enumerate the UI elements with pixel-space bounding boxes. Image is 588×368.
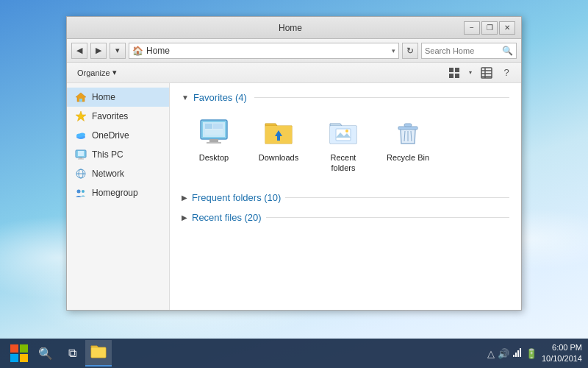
sidebar-network-label: Network <box>92 169 124 179</box>
downloads-icon <box>261 114 296 149</box>
svg-marker-11 <box>76 111 86 121</box>
svg-rect-49 <box>515 353 517 357</box>
task-view-button[interactable]: ⧉ <box>59 340 85 367</box>
list-item[interactable]: Recent folders <box>317 110 370 177</box>
home-icon <box>74 91 87 104</box>
recent-files-title: Recent files (20) <box>192 212 262 223</box>
sidebar-item-network[interactable]: Network <box>67 164 169 183</box>
search-icon[interactable]: 🔍 <box>502 46 513 56</box>
recent-files-section[interactable]: ▶ Recent files (20) <box>182 209 509 226</box>
svg-rect-2 <box>449 74 453 78</box>
frequent-expand-icon[interactable]: ▶ <box>182 194 187 202</box>
svg-rect-43 <box>20 344 28 353</box>
sidebar-thispc-label: This PC <box>92 149 123 160</box>
downloads-label: Downloads <box>259 152 298 163</box>
sidebar-item-home[interactable]: Home <box>67 88 169 107</box>
list-item[interactable]: Recycle Bin <box>381 110 434 177</box>
address-text: Home <box>146 46 389 56</box>
view-controls: ▾ ? <box>445 65 515 81</box>
taskbar: 🔍 ⧉ △ 🔊 🔋 <box>0 339 588 368</box>
favorites-section-title: Favorites (4) <box>193 92 247 103</box>
taskbar-search-button[interactable]: 🔍 <box>32 340 59 367</box>
window-controls: − ❐ ✕ <box>464 21 515 35</box>
organize-dropdown-icon: ▾ <box>112 68 117 77</box>
onedrive-icon <box>74 129 87 142</box>
tray-icons: △ 🔊 🔋 <box>487 347 537 360</box>
svg-point-23 <box>82 190 85 193</box>
start-button[interactable] <box>6 340 32 367</box>
tray-network-icon[interactable] <box>512 347 523 360</box>
minimize-button[interactable]: − <box>464 21 480 35</box>
svg-rect-30 <box>209 139 218 142</box>
favorites-expand-icon[interactable]: ▼ <box>182 93 189 102</box>
recent-divider <box>266 217 509 218</box>
desktop-label: Desktop <box>199 152 229 163</box>
restore-button[interactable]: ❐ <box>481 21 498 35</box>
recent-folders-label: Recent folders <box>320 152 366 174</box>
file-explorer-taskbar-icon <box>90 343 107 362</box>
file-content: ▼ Favorites (4) <box>170 83 521 310</box>
file-explorer-taskbar-button[interactable] <box>85 340 112 367</box>
favorites-divider <box>254 97 509 98</box>
taskbar-clock[interactable]: 6:00 PM 10/10/2014 <box>542 342 582 365</box>
search-box[interactable]: 🔍 <box>421 43 517 59</box>
list-item[interactable]: Downloads <box>252 110 305 177</box>
organize-bar: Organize ▾ ▾ ? <box>67 63 521 83</box>
grid-view-button[interactable] <box>445 65 463 81</box>
favorites-icon <box>74 110 87 123</box>
tray-up-icon[interactable]: △ <box>487 348 495 359</box>
svg-point-22 <box>77 190 81 194</box>
sidebar-item-favorites[interactable]: Favorites <box>67 107 169 126</box>
sidebar-home-label: Home <box>92 92 115 102</box>
sidebar-item-thispc[interactable]: This PC <box>67 145 169 164</box>
close-button[interactable]: ✕ <box>499 21 515 35</box>
dropdown-button[interactable]: ▾ <box>110 43 126 59</box>
details-view-button[interactable] <box>478 65 495 81</box>
recycle-bin-icon <box>390 114 426 149</box>
svg-rect-48 <box>513 355 514 357</box>
address-home-icon: 🏠 <box>132 46 143 56</box>
frequent-folders-section[interactable]: ▶ Frequent folders (10) <box>182 189 509 206</box>
tray-battery-icon[interactable]: 🔋 <box>526 348 537 359</box>
svg-rect-47 <box>91 347 106 358</box>
svg-rect-31 <box>207 142 221 144</box>
help-icon: ? <box>503 67 509 78</box>
back-button[interactable]: ◀ <box>71 43 87 59</box>
address-bar[interactable]: 🏠 Home ▾ <box>129 43 399 59</box>
homegroup-icon <box>74 186 87 199</box>
svg-rect-37 <box>398 127 417 130</box>
svg-rect-1 <box>455 68 459 72</box>
view-dropdown-icon[interactable]: ▾ <box>465 65 476 81</box>
organize-label: Organize <box>77 68 110 77</box>
sidebar-item-homegroup[interactable]: Homegroup <box>67 183 169 202</box>
sidebar-onedrive-label: OneDrive <box>92 130 129 141</box>
svg-rect-50 <box>517 350 519 357</box>
frequent-folders-title: Frequent folders (10) <box>192 192 281 203</box>
favorites-file-grid: Desktop Downloads <box>182 110 509 177</box>
forward-button[interactable]: ▶ <box>90 43 107 59</box>
organize-button[interactable]: Organize ▾ <box>73 66 121 79</box>
svg-point-36 <box>345 130 348 132</box>
refresh-button[interactable]: ↻ <box>402 43 418 59</box>
window-title: Home <box>117 23 464 33</box>
help-button[interactable]: ? <box>498 65 515 81</box>
svg-rect-45 <box>20 354 28 362</box>
svg-rect-51 <box>520 348 521 357</box>
sidebar: Home Favorites OneDrive <box>67 83 170 310</box>
sidebar-favorites-label: Favorites <box>92 111 128 121</box>
recent-expand-icon[interactable]: ▶ <box>182 213 187 222</box>
address-dropdown-icon[interactable]: ▾ <box>392 47 395 54</box>
tray-volume-icon[interactable]: 🔊 <box>498 348 509 359</box>
content-area: Home Favorites OneDrive <box>67 83 521 310</box>
search-input[interactable] <box>425 46 501 55</box>
svg-rect-28 <box>213 124 223 129</box>
list-item[interactable]: Desktop <box>187 110 240 177</box>
taskbar-search-icon: 🔍 <box>38 347 53 361</box>
svg-rect-29 <box>205 130 223 135</box>
svg-rect-35 <box>336 129 351 141</box>
favorites-section-header: ▼ Favorites (4) <box>182 92 509 103</box>
clock-date: 10/10/2014 <box>542 353 582 364</box>
clock-time: 6:00 PM <box>542 342 582 353</box>
navigation-toolbar: ◀ ▶ ▾ 🏠 Home ▾ ↻ 🔍 <box>67 39 521 63</box>
sidebar-item-onedrive[interactable]: OneDrive <box>67 126 169 145</box>
